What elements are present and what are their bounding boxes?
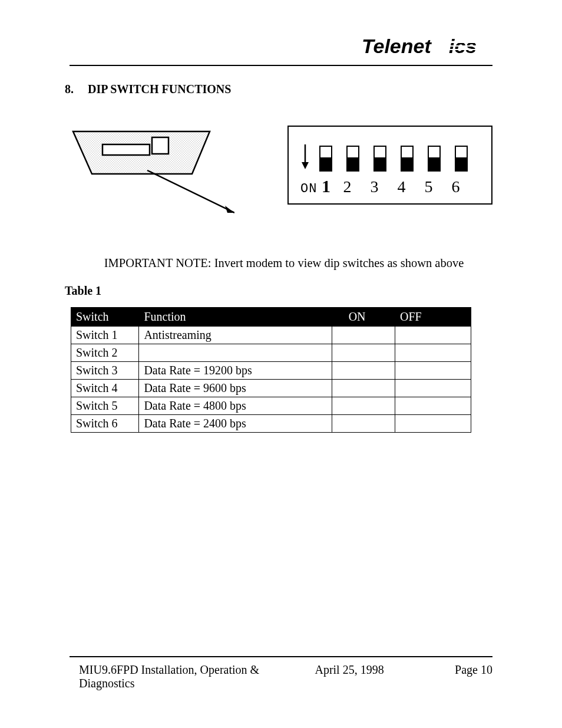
dip-label-5: 5 bbox=[415, 177, 442, 196]
th-on: ON bbox=[332, 308, 395, 327]
td-switch: Switch 1 bbox=[71, 327, 139, 344]
modem-outline bbox=[70, 129, 234, 226]
svg-marker-14 bbox=[302, 162, 309, 169]
dip-switch-panel: ON 1 2 3 4 5 6 bbox=[287, 126, 492, 205]
table-row: Switch 6 Data Rate = 2400 bps bbox=[71, 415, 471, 433]
td-on bbox=[332, 362, 395, 380]
page-footer: MIU9.6FPD Installation, Operation & Diag… bbox=[70, 656, 492, 690]
svg-rect-10 bbox=[152, 137, 168, 154]
dip-label-3: 3 bbox=[361, 177, 388, 196]
dip-function-table: Switch Function ON OFF Switch 1 Antistre… bbox=[71, 307, 471, 433]
td-function: Data Rate = 4800 bps bbox=[139, 397, 332, 415]
telenetics-logo-svg: Telenet ics bbox=[362, 35, 492, 59]
svg-text:Telenet: Telenet bbox=[362, 35, 432, 57]
td-switch: Switch 4 bbox=[71, 380, 139, 397]
table-row: Switch 2 bbox=[71, 344, 471, 362]
th-off: OFF bbox=[395, 308, 471, 327]
td-switch: Switch 2 bbox=[71, 344, 139, 362]
brand-logo: Telenet ics bbox=[362, 35, 492, 61]
td-off bbox=[395, 397, 471, 415]
td-off bbox=[395, 344, 471, 362]
dip-label-6: 6 bbox=[442, 177, 469, 196]
footer-date: April 25, 1998 bbox=[315, 663, 425, 690]
td-function: Data Rate = 9600 bps bbox=[139, 380, 332, 397]
dip-switch-row bbox=[300, 136, 481, 172]
td-on bbox=[332, 380, 395, 397]
td-function bbox=[139, 344, 332, 362]
dip-label-2: 2 bbox=[333, 177, 361, 196]
svg-rect-9 bbox=[103, 144, 150, 155]
table-row: Switch 1 Antistreaming bbox=[71, 327, 471, 344]
td-off bbox=[395, 415, 471, 433]
table-header-row: Switch Function ON OFF bbox=[71, 308, 471, 327]
table-row: Switch 5 Data Rate = 4800 bps bbox=[71, 397, 471, 415]
dip-switch-6 bbox=[455, 146, 468, 172]
table-row: Switch 4 Data Rate = 9600 bps bbox=[71, 380, 471, 397]
td-off bbox=[395, 327, 471, 344]
dip-switch-5 bbox=[428, 146, 441, 172]
dip-label-4: 4 bbox=[388, 177, 415, 196]
dip-switch-1 bbox=[319, 146, 332, 172]
td-switch: Switch 5 bbox=[71, 397, 139, 415]
svg-line-11 bbox=[147, 170, 234, 213]
footer-page: Page 10 bbox=[425, 663, 492, 690]
td-switch: Switch 3 bbox=[71, 362, 139, 380]
dip-switch-4 bbox=[401, 146, 414, 172]
td-function: Data Rate = 19200 bps bbox=[139, 362, 332, 380]
section-number: 8. bbox=[65, 83, 85, 96]
on-label: ON bbox=[300, 182, 317, 196]
important-note: IMPORTANT NOTE: Invert modem to view dip… bbox=[75, 256, 492, 270]
td-function: Data Rate = 2400 bps bbox=[139, 415, 332, 433]
td-off bbox=[395, 362, 471, 380]
td-on bbox=[332, 344, 395, 362]
table-row: Switch 3 Data Rate = 19200 bps bbox=[71, 362, 471, 380]
modem-svg bbox=[70, 129, 234, 223]
td-on bbox=[332, 397, 395, 415]
section-title: DIP SWITCH FUNCTIONS bbox=[88, 83, 231, 95]
footer-title: MIU9.6FPD Installation, Operation & Diag… bbox=[70, 663, 315, 690]
td-on bbox=[332, 327, 395, 344]
dip-label-row: ON 1 2 3 4 5 6 bbox=[299, 176, 481, 196]
table-caption: Table 1 bbox=[65, 284, 492, 298]
td-function: Antistreaming bbox=[139, 327, 332, 344]
dip-switch-2 bbox=[346, 146, 359, 172]
th-switch: Switch bbox=[71, 308, 139, 327]
td-switch: Switch 6 bbox=[71, 415, 139, 433]
svg-marker-12 bbox=[225, 206, 234, 213]
dip-switch-3 bbox=[373, 146, 386, 172]
section-heading: 8. DIP SWITCH FUNCTIONS bbox=[65, 83, 492, 96]
dip-label-1: 1 bbox=[318, 176, 333, 196]
diagram-area: ON 1 2 3 4 5 6 bbox=[70, 129, 492, 223]
arrow-down-icon bbox=[300, 143, 310, 172]
th-function: Function bbox=[139, 308, 332, 327]
td-on bbox=[332, 415, 395, 433]
td-off bbox=[395, 380, 471, 397]
page-header: Telenet ics bbox=[70, 35, 492, 66]
